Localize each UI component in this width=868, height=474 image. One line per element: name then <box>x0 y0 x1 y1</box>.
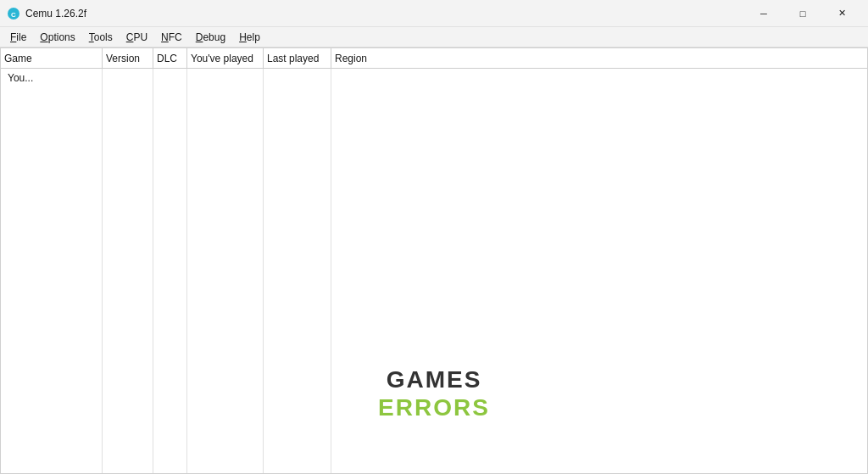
col-header-youve-played[interactable]: You've played <box>187 48 264 68</box>
col-version-body <box>103 69 153 473</box>
menu-debug[interactable]: Debug <box>189 30 232 45</box>
col-header-dlc[interactable]: DLC <box>153 48 187 68</box>
menu-options[interactable]: Options <box>33 30 81 45</box>
table-body: You... <box>1 69 867 473</box>
col-region-body <box>331 69 867 473</box>
minimize-button[interactable]: ─ <box>744 0 783 27</box>
maximize-button[interactable]: □ <box>783 0 822 27</box>
col-last-body <box>264 69 331 473</box>
menu-help[interactable]: Help <box>232 30 267 45</box>
table-header: Game Version DLC You've played Last play… <box>1 48 867 69</box>
col-header-version[interactable]: Version <box>103 48 153 68</box>
title-bar-left: C Cemu 1.26.2f <box>7 7 86 20</box>
app-icon: C <box>7 7 20 20</box>
menu-file[interactable]: File <box>3 30 33 45</box>
col-header-region[interactable]: Region <box>331 48 867 68</box>
svg-text:C: C <box>11 11 16 19</box>
menu-bar: File Options Tools CPU NFC Debug Help <box>0 27 868 47</box>
col-dlc-body <box>153 69 187 473</box>
close-button[interactable]: ✕ <box>822 0 861 27</box>
col-game-body: You... <box>1 69 103 473</box>
menu-tools[interactable]: Tools <box>82 30 120 45</box>
window-controls: ─ □ ✕ <box>744 0 861 26</box>
main-content: Game Version DLC You've played Last play… <box>0 47 868 474</box>
menu-nfc[interactable]: NFC <box>154 30 189 45</box>
row-game-cell: You... <box>4 70 36 86</box>
window-title: Cemu 1.26.2f <box>25 8 86 20</box>
col-youve-body <box>187 69 264 473</box>
menu-cpu[interactable]: CPU <box>120 30 154 45</box>
title-bar: C Cemu 1.26.2f ─ □ ✕ <box>0 0 868 27</box>
col-header-last-played[interactable]: Last played <box>264 48 331 68</box>
col-header-game[interactable]: Game <box>1 48 103 68</box>
